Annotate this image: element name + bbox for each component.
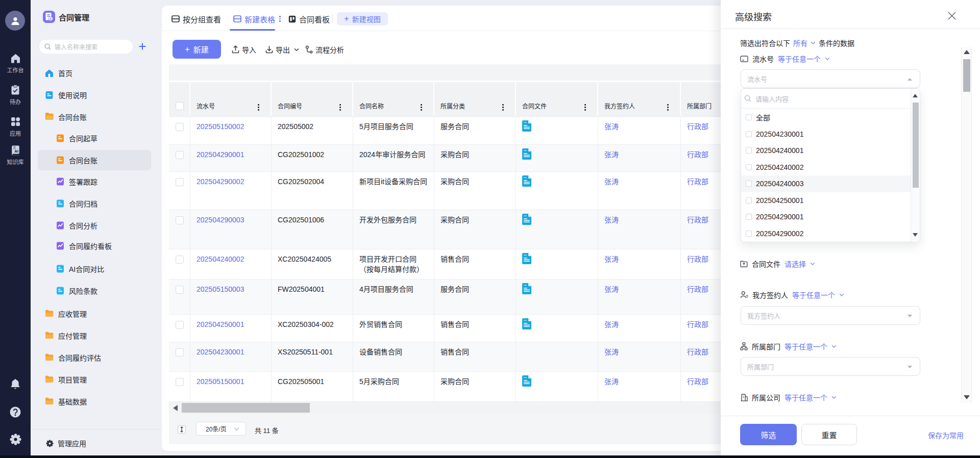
svg-text:AI: AI: [14, 149, 18, 154]
